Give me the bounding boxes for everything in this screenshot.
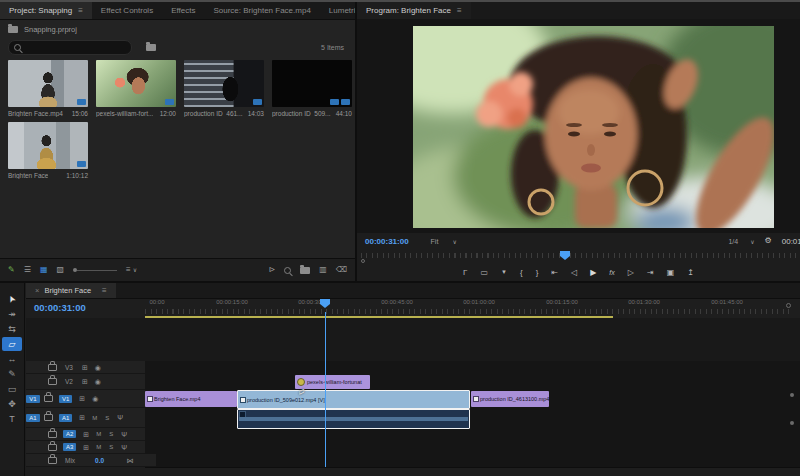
track-target-v1[interactable]: V1 [59, 395, 72, 403]
track-visibility-eye-icon[interactable]: ◉ [92, 395, 98, 402]
add-marker-button[interactable]: ▼ [501, 269, 507, 275]
mix-level-value[interactable]: 0.0 [95, 457, 104, 464]
freeform-view-button[interactable]: ▧ [56, 266, 64, 274]
type-tool-button[interactable]: T [2, 412, 22, 426]
list-view-button[interactable]: ☰ [24, 266, 31, 274]
icon-view-button[interactable]: ▦ [40, 266, 48, 274]
scrollbar-handle[interactable] [790, 421, 794, 425]
export-frame-button[interactable]: ▣ [667, 268, 675, 277]
ripple-edit-tool-button[interactable]: ⇆ [2, 322, 22, 336]
timeline-zoom-handle[interactable] [786, 303, 791, 308]
solo-button[interactable]: S [109, 444, 113, 450]
track-name[interactable]: V2 [65, 378, 73, 385]
rectangle-tool-button[interactable]: ▭ [2, 382, 22, 396]
tab-effects[interactable]: Effects [162, 2, 204, 19]
sync-lock-icon[interactable]: ⊞ [83, 444, 89, 451]
voiceover-mic-icon[interactable]: Ψ [121, 444, 127, 451]
timeline-ruler[interactable]: 00:00 00:00:15:00 00:00:30:00 00:00:45:0… [145, 298, 800, 316]
sync-lock-icon[interactable]: ⊞ [79, 395, 85, 402]
keyframe-navigator-icon[interactable]: ⋈ [126, 457, 133, 464]
breadcrumb[interactable]: Snapping.prproj [8, 25, 77, 34]
clip-thumbnail[interactable] [272, 60, 352, 107]
lock-icon[interactable] [48, 444, 57, 451]
mark-out-button[interactable]: } [536, 268, 539, 277]
track-lane-mix[interactable] [145, 454, 800, 468]
search-box[interactable] [8, 40, 132, 55]
pen-tool-button[interactable]: ✎ [2, 367, 22, 381]
tab-sequence[interactable]: × Brighten Face ≡ [26, 283, 116, 298]
track-visibility-eye-icon[interactable]: ◉ [95, 378, 101, 385]
lock-icon[interactable] [48, 457, 57, 464]
mute-button[interactable]: M [96, 444, 101, 450]
lock-icon[interactable] [44, 395, 53, 402]
scrollbar-handle[interactable] [790, 393, 794, 397]
thumbnail-zoom-slider[interactable] [73, 268, 117, 272]
automate-to-sequence-button[interactable]: ⊳ [268, 266, 275, 274]
tab-program[interactable]: Program: Brighten Face ≡ [357, 2, 471, 19]
razor-tool-button[interactable]: ▱ [2, 337, 22, 351]
timeline-clip-v1-1[interactable]: Brighten Face.mp4 [145, 391, 237, 407]
panel-menu-icon[interactable]: ≡ [78, 6, 83, 15]
mute-button[interactable]: M [92, 415, 97, 421]
global-fx-mute-button[interactable]: fx [609, 269, 614, 276]
slip-tool-button[interactable]: ↔ [2, 352, 22, 366]
zoom-level-dropdown[interactable]: Fit ∨ [431, 238, 457, 245]
new-bin-button[interactable] [300, 267, 310, 274]
solo-button[interactable]: S [109, 431, 113, 437]
track-lane-v2[interactable] [145, 374, 800, 391]
program-scrubber[interactable] [357, 250, 800, 263]
mark-in-button[interactable]: { [520, 268, 523, 277]
track-lane-a2[interactable] [145, 428, 800, 442]
new-item-button[interactable]: ▥ [319, 266, 327, 274]
go-to-in-button[interactable]: ⇤ [551, 268, 558, 277]
export-media-button[interactable]: ↥ [687, 268, 694, 277]
tab-project[interactable]: Project: Snapping ≡ [0, 2, 92, 19]
sync-lock-icon[interactable]: ⊞ [79, 414, 85, 421]
playhead-line[interactable] [325, 312, 326, 467]
sort-button[interactable]: ≡ ∨ [126, 266, 137, 274]
timeline-clip-a1-selected[interactable] [237, 409, 470, 429]
go-to-out-button[interactable]: ⇥ [647, 268, 654, 277]
close-icon[interactable]: × [35, 286, 39, 295]
tab-source[interactable]: Source: Brighten Face.mp4 [204, 2, 319, 19]
clip-thumbnail[interactable] [184, 60, 264, 107]
extract-button[interactable]: ▭ [480, 268, 488, 277]
track-name[interactable]: V3 [65, 364, 73, 371]
track-target-a3[interactable]: A3 [63, 443, 76, 451]
folder-nav-icon[interactable] [146, 44, 156, 51]
clip-thumbnail[interactable] [8, 60, 88, 107]
sync-lock-icon[interactable]: ⊞ [83, 431, 89, 438]
tab-effect-controls[interactable]: Effect Controls [92, 2, 162, 19]
playback-resolution-dropdown[interactable]: 1/4 ∨ [728, 238, 754, 245]
source-patch-a1[interactable]: A1 [26, 414, 39, 422]
voiceover-mic-icon[interactable]: Ψ [121, 431, 127, 438]
track-target-a1[interactable]: A1 [59, 414, 72, 422]
delete-button[interactable]: ⌫ [336, 266, 347, 274]
track-select-tool-button[interactable]: ↠ [2, 307, 22, 321]
program-timecode[interactable]: 00:00:31:00 [365, 237, 409, 246]
lock-icon[interactable] [48, 378, 57, 385]
sync-lock-icon[interactable]: ⊞ [82, 364, 88, 371]
panel-menu-icon[interactable]: ≡ [102, 286, 107, 295]
step-forward-button[interactable]: ▷ [628, 268, 634, 277]
search-input[interactable] [25, 42, 105, 52]
sequence-thumbnail[interactable] [8, 122, 88, 169]
lock-icon[interactable] [44, 414, 53, 421]
play-button[interactable]: ▶ [590, 268, 596, 277]
timeline-timecode[interactable]: 00:00:31:00 [34, 302, 86, 313]
timeline-clip-v2[interactable]: pexels-william-fortunat [295, 375, 370, 389]
lock-icon[interactable] [48, 364, 57, 371]
lock-icon[interactable] [48, 431, 57, 438]
step-back-button[interactable]: ◁ [571, 268, 577, 277]
voiceover-mic-icon[interactable]: Ψ [117, 414, 123, 421]
hand-tool-button[interactable]: ✥ [2, 397, 22, 411]
program-playhead[interactable] [560, 251, 570, 260]
lift-button[interactable]: Γ [463, 268, 467, 277]
program-video-frame[interactable] [413, 26, 774, 228]
track-lane-a3[interactable] [145, 441, 800, 455]
mute-button[interactable]: M [96, 431, 101, 437]
track-visibility-eye-icon[interactable]: ◉ [95, 364, 101, 371]
timeline-clip-v1-2-selected[interactable]: production ID_509e012.mp4 [V] [237, 390, 470, 409]
panel-menu-icon[interactable]: ≡ [457, 6, 462, 15]
timeline-clip-v1-3[interactable]: production ID_4613100.mp4 [471, 391, 549, 407]
